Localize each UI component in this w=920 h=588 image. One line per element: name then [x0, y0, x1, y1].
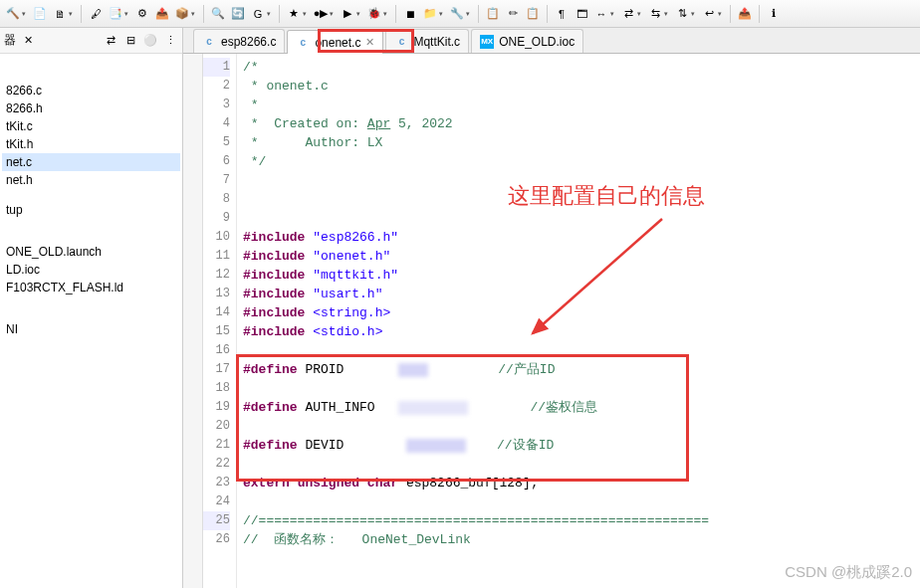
toolbar-button[interactable]: ▶ [339, 5, 356, 23]
toolbar-button[interactable]: ★ [285, 5, 303, 23]
toolbar-button[interactable]: ↔ [592, 5, 610, 23]
code-line[interactable]: * Created on: Apr 5, 2022 [243, 114, 920, 133]
toolbar-button[interactable]: ⇄ [619, 5, 637, 23]
sidebar-item[interactable]: NI [2, 320, 180, 338]
editor-tabs: cesp8266.cconenet.c✕cMqttKit.cMXONE_OLD.… [183, 28, 920, 54]
toolbar-button[interactable]: 🔨 [4, 5, 22, 23]
code-line[interactable]: extern unsigned char esp8266_buf[128]; [243, 474, 920, 492]
sidebar-item[interactable]: tup [2, 201, 180, 219]
sidebar-item[interactable]: tKit.h [2, 135, 180, 153]
code-line[interactable]: //======================================… [243, 511, 920, 530]
collapse-icon[interactable]: ⊟ [122, 33, 138, 49]
code-line[interactable]: * [243, 96, 920, 114]
code-line[interactable]: #define PROID //产品ID [243, 360, 920, 379]
toolbar-button[interactable]: 📤 [153, 5, 171, 23]
toolbar-button[interactable]: 🐞 [365, 5, 383, 23]
dropdown-arrow-icon[interactable]: ▾ [69, 10, 73, 18]
toolbar-button[interactable]: ⏹ [401, 5, 419, 23]
code-line[interactable]: #include "esp8266.h" [243, 228, 920, 247]
code-line[interactable]: #include <stdio.h> [243, 322, 920, 341]
toolbar-button[interactable]: 📑 [107, 5, 124, 23]
toolbar-button[interactable]: 📦 [173, 5, 191, 23]
editor-tab[interactable]: cesp8266.c [193, 29, 285, 53]
dropdown-arrow-icon[interactable]: ▾ [383, 10, 387, 18]
dropdown-arrow-icon[interactable]: ▾ [356, 10, 360, 18]
dropdown-arrow-icon[interactable]: ▾ [718, 10, 722, 18]
code-line[interactable] [243, 492, 920, 511]
dropdown-arrow-icon[interactable]: ▾ [267, 10, 271, 18]
code-line[interactable]: #define DEVID //设备ID [243, 436, 920, 455]
code-area[interactable]: /* * onenet.c * * Created on: Apr 5, 202… [237, 54, 920, 588]
toolbar-button[interactable]: 🔍 [209, 5, 227, 23]
dropdown-arrow-icon[interactable]: ▾ [330, 10, 334, 18]
toolbar-separator [395, 5, 396, 23]
link-icon[interactable]: ⇄ [103, 33, 118, 49]
toolbar-button[interactable]: G [249, 5, 267, 23]
toolbar-button[interactable]: 📋 [524, 5, 542, 23]
dropdown-arrow-icon[interactable]: ▾ [691, 10, 695, 18]
menu-icon[interactable]: ⋮ [162, 33, 178, 49]
toolbar-button[interactable]: ↩ [700, 5, 718, 23]
code-line[interactable]: * onenet.c [243, 77, 920, 96]
code-line[interactable]: * Author: LX [243, 133, 920, 152]
sidebar-item[interactable]: LD.ioc [2, 261, 180, 279]
dropdown-arrow-icon[interactable]: ▾ [303, 10, 307, 18]
sidebar-item[interactable]: 8266.h [2, 99, 180, 117]
dropdown-arrow-icon[interactable]: ▾ [22, 10, 26, 18]
dropdown-arrow-icon[interactable]: ▾ [637, 10, 641, 18]
toolbar-button[interactable]: ℹ [765, 5, 783, 23]
toolbar-button[interactable]: 📤 [736, 5, 754, 23]
toolbar-button[interactable]: ●▶ [312, 5, 330, 23]
editor-tab[interactable]: conenet.c✕ [287, 30, 383, 54]
dropdown-arrow-icon[interactable]: ▾ [466, 10, 470, 18]
code-line[interactable]: */ [243, 152, 920, 171]
toolbar-button[interactable]: 🖋 [87, 5, 105, 23]
toolbar-button[interactable]: 🔄 [229, 5, 247, 23]
code-line[interactable]: // 函数名称： OneNet_DevLink [243, 530, 920, 549]
toolbar-button[interactable]: ¶ [553, 5, 571, 23]
toolbar-button[interactable]: ⇅ [673, 5, 691, 23]
toolbar-button[interactable]: ⚙ [133, 5, 151, 23]
sidebar-item[interactable]: 8266.c [2, 82, 180, 99]
sidebar-tree[interactable]: 8266.c8266.htKit.ctKit.hnet.cnet.htupONE… [0, 54, 182, 342]
code-line[interactable] [243, 209, 920, 228]
toolbar-button[interactable]: 📄 [31, 5, 49, 23]
code-line[interactable]: /* [243, 58, 920, 77]
toolbar-button[interactable]: 🗔 [573, 5, 590, 23]
toolbar-button[interactable]: 🔧 [448, 5, 466, 23]
sidebar-item[interactable]: tKit.c [2, 117, 180, 135]
toolbar-button[interactable]: 📋 [484, 5, 502, 23]
sidebar-tab-label[interactable]: 器 [4, 32, 16, 49]
toolbar-button[interactable]: 📁 [421, 5, 439, 23]
dropdown-arrow-icon[interactable]: ▾ [191, 10, 195, 18]
editor-tab[interactable]: MXONE_OLD.ioc [471, 29, 583, 53]
toolbar-button[interactable]: 🗎 [51, 5, 69, 23]
close-icon[interactable]: ✕ [365, 36, 374, 49]
sidebar-item[interactable]: net.h [2, 171, 180, 189]
code-line[interactable] [243, 341, 920, 360]
dropdown-arrow-icon[interactable]: ▾ [664, 10, 668, 18]
sidebar-item[interactable]: net.c [2, 153, 180, 171]
dropdown-arrow-icon[interactable]: ▾ [610, 10, 614, 18]
code-line[interactable] [243, 455, 920, 474]
code-line[interactable]: #include "onenet.h" [243, 247, 920, 266]
sidebar-item[interactable]: F103RCTX_FLASH.ld [2, 279, 180, 296]
code-line[interactable]: #include "usart.h" [243, 285, 920, 303]
code-editor[interactable]: 1234567891011121314151617181920212223242… [183, 54, 920, 588]
toolbar-button[interactable]: ✏ [504, 5, 522, 23]
filter-icon[interactable]: ⚪ [142, 33, 158, 49]
editor-tab[interactable]: cMqttKit.c [385, 29, 469, 53]
code-line[interactable]: #include "mqttkit.h" [243, 266, 920, 285]
code-line[interactable] [243, 417, 920, 436]
dropdown-arrow-icon[interactable]: ▾ [439, 10, 443, 18]
code-line[interactable]: #include <string.h> [243, 303, 920, 322]
close-icon[interactable]: ✕ [20, 33, 36, 49]
code-line[interactable] [243, 379, 920, 398]
annotation-text: 这里配置自己的信息 [508, 181, 705, 211]
c-file-icon: c [296, 36, 310, 50]
c-file-icon: c [394, 35, 408, 49]
toolbar-button[interactable]: ⇆ [646, 5, 664, 23]
dropdown-arrow-icon[interactable]: ▾ [124, 10, 128, 18]
sidebar-item[interactable]: ONE_OLD.launch [2, 243, 180, 261]
code-line[interactable]: #define AUTH_INFO //鉴权信息 [243, 398, 920, 417]
